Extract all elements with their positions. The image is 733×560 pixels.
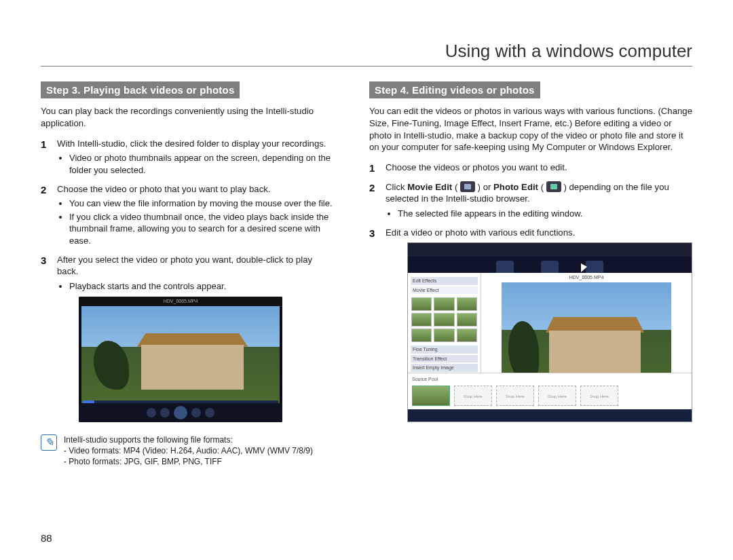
transition-effect-row[interactable]: Transition Effect — [411, 355, 478, 362]
page-title: Using with a windows computer — [41, 41, 692, 67]
timeline-drop-slot[interactable]: Drop Here — [454, 386, 492, 406]
preview-filename: HDV_0005.MP4 — [481, 273, 692, 280]
effect-thumb[interactable] — [457, 313, 477, 326]
movie-effect-row[interactable]: Movie Effect — [411, 286, 478, 294]
timeline-drop-slot[interactable]: Drop Here — [580, 386, 618, 406]
fine-tuning-row[interactable]: Fine Tuning — [411, 346, 478, 353]
editor-statusbar — [408, 409, 692, 422]
timeline-panel: Source Pool Drop Here Drop Here Drop Her… — [408, 373, 692, 409]
left-step-2: 2 Choose the video or photo that you wan… — [41, 183, 335, 248]
effect-thumb[interactable] — [457, 329, 477, 342]
right-step-2: 2 Click Movie Edit ( ) or Photo Edit ( )… — [369, 181, 692, 221]
right-step-1: 1 Choose the videos or photos you want t… — [369, 162, 692, 175]
step4-header: Step 4. Editing videos or photos — [369, 81, 540, 98]
step3-header: Step 3. Playing back videos or photos — [41, 81, 240, 98]
note-icon: ✎ — [41, 434, 57, 451]
source-pool-label: Source Pool — [412, 377, 438, 381]
rewind-icon[interactable] — [160, 408, 170, 417]
photo-edit-label: Photo Edit — [493, 182, 538, 192]
right-column: Step 4. Editing videos or photos You can… — [369, 81, 692, 467]
paren-open: ( — [455, 182, 460, 192]
step-text: After you select the video or photo you … — [57, 255, 312, 277]
effect-thumb[interactable] — [457, 297, 477, 311]
step-number: 3 — [369, 227, 379, 426]
editor-titlebar — [408, 243, 692, 257]
info-note: ✎ Intelli-studio supports the following … — [41, 434, 335, 468]
bullet: Video or photo thumbnails appear on the … — [69, 152, 335, 176]
tab-library[interactable] — [496, 261, 514, 273]
player-filename: HDV_0065.MP4 — [79, 297, 282, 306]
right-step-3: 3 Edit a video or photo with various edi… — [369, 227, 692, 426]
timeline-clip[interactable] — [412, 386, 450, 406]
play-icon[interactable] — [174, 406, 187, 419]
step-text-prefix: Click — [386, 182, 407, 192]
editor-screenshot: Edit Effects Movie Effect — [407, 242, 692, 422]
step-number: 2 — [369, 181, 379, 221]
step-number: 2 — [41, 183, 50, 248]
player-viewport — [81, 306, 280, 403]
scene-house — [141, 345, 244, 390]
note-line: - Video formats: MP4 (Video: H.264, Audi… — [64, 445, 313, 456]
step4-intro: You can edit the videos or photos in var… — [369, 105, 692, 153]
page-number: 88 — [41, 532, 52, 544]
step-text: Choose the videos or photos you want to … — [386, 162, 567, 172]
photo-edit-icon — [546, 181, 561, 192]
or-text: ) or — [478, 182, 493, 192]
player-controls — [79, 403, 282, 422]
effect-thumb[interactable] — [411, 297, 432, 311]
bullet: The selected file appears in the editing… — [398, 208, 692, 220]
bullet: You can view the file information by mov… — [69, 198, 335, 210]
effect-thumb[interactable] — [411, 313, 432, 326]
effect-thumb[interactable] — [411, 329, 432, 342]
timeline-drop-slot[interactable]: Drop Here — [538, 386, 576, 406]
paren-open2: ( — [541, 182, 546, 192]
movie-edit-icon — [460, 181, 475, 192]
note-line: - Photo formats: JPG, GIF, BMP, PNG, TIF… — [64, 456, 313, 467]
timeline-drop-slot[interactable]: Drop Here — [496, 386, 534, 406]
scene-tree — [508, 321, 539, 380]
editor-tabs — [408, 257, 692, 273]
step-text: Choose the video or photo that you want … — [57, 184, 271, 194]
step-text: With Intelli-studio, click the desired f… — [57, 138, 326, 149]
prev-icon[interactable] — [147, 408, 156, 417]
effects-header: Edit Effects — [411, 277, 478, 284]
note-line: Intelli-studio supports the following fi… — [64, 434, 313, 445]
video-player-screenshot: HDV_0065.MP4 — [79, 297, 282, 422]
step-text: Edit a video or photo with various edit … — [386, 227, 575, 238]
next-icon[interactable] — [205, 408, 214, 417]
forward-icon[interactable] — [191, 408, 201, 417]
effect-thumb[interactable] — [434, 313, 454, 326]
bullet: Playback starts and the controls appear. — [69, 280, 335, 293]
scene-tree — [94, 341, 130, 390]
effect-thumb[interactable] — [434, 329, 454, 342]
effect-thumb[interactable] — [434, 297, 454, 311]
step-number: 3 — [41, 254, 50, 429]
left-column: Step 3. Playing back videos or photos Yo… — [41, 81, 335, 467]
left-step-3: 3 After you select the video or photo yo… — [41, 254, 335, 429]
insert-empty-image-row[interactable]: Insert Empty Image — [411, 364, 478, 371]
bullet: If you click a video thumbnail once, the… — [69, 211, 335, 247]
movie-edit-label: Movie Edit — [407, 182, 452, 192]
step3-intro: You can play back the recordings conveni… — [41, 105, 335, 130]
step-number: 1 — [41, 138, 50, 178]
left-step-1: 1 With Intelli-studio, click the desired… — [41, 138, 335, 178]
tab-movie[interactable] — [541, 261, 559, 273]
step-number: 1 — [369, 162, 379, 175]
